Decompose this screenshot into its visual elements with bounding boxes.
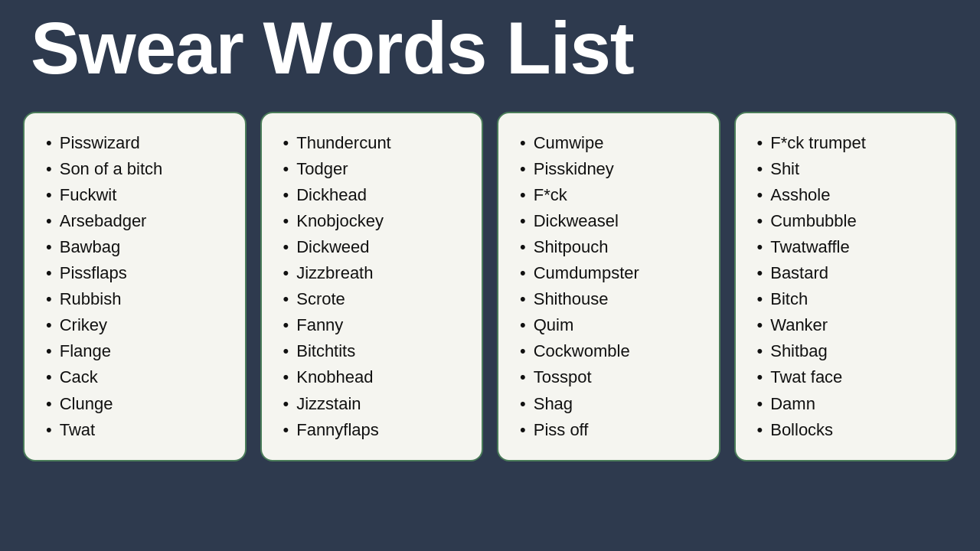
list-item: Cumbubble (757, 208, 942, 234)
list-item: Shitbag (757, 338, 942, 364)
list-item: Bollocks (757, 417, 942, 443)
list-item: Bitchtits (283, 338, 469, 364)
list-item: Scrote (283, 286, 469, 312)
list-item: Tosspot (520, 364, 705, 390)
list-item: Damn (757, 391, 942, 417)
list-item: Dickweasel (520, 208, 705, 234)
list-item: Shit (757, 156, 942, 182)
list-item: Shitpouch (520, 234, 705, 260)
list-item: Pissflaps (46, 260, 231, 286)
list-item: Quim (520, 312, 705, 338)
list-item: Cack (46, 364, 231, 390)
list-item: Twatwaffle (757, 234, 942, 260)
list-item: Piss off (520, 417, 705, 443)
list-item: Dickhead (283, 182, 469, 208)
list-item: Bawbag (46, 234, 231, 260)
list-item: Dickweed (283, 234, 469, 260)
list-item: Shithouse (520, 286, 705, 312)
list-item: Cumdumpster (520, 260, 705, 286)
word-column-2: ThundercuntTodgerDickheadKnobjockeyDickw… (260, 112, 484, 461)
word-list-1: PisswizardSon of a bitchFuckwitArsebadge… (46, 130, 231, 443)
list-item: Rubbish (46, 286, 231, 312)
list-item: Pisskidney (520, 156, 705, 182)
word-column-1: PisswizardSon of a bitchFuckwitArsebadge… (23, 112, 247, 461)
list-item: Clunge (46, 391, 231, 417)
list-item: Todger (283, 156, 469, 182)
list-item: Fuckwit (46, 182, 231, 208)
word-column-4: F*ck trumpetShitAssholeCumbubbleTwatwaff… (734, 112, 958, 461)
list-item: Flange (46, 338, 231, 364)
word-list-3: CumwipePisskidneyF*ckDickweaselShitpouch… (520, 130, 705, 443)
list-item: Shag (520, 391, 705, 417)
list-item: Jizzbreath (283, 260, 469, 286)
word-list-2: ThundercuntTodgerDickheadKnobjockeyDickw… (283, 130, 469, 443)
list-item: Cumwipe (520, 130, 705, 156)
list-item: Twat (46, 417, 231, 443)
list-item: F*ck trumpet (757, 130, 942, 156)
list-item: Knobjockey (283, 208, 469, 234)
list-item: Bastard (757, 260, 942, 286)
word-column-3: CumwipePisskidneyF*ckDickweaselShitpouch… (497, 112, 720, 461)
list-item: Arsebadger (46, 208, 231, 234)
list-item: Wanker (757, 312, 942, 338)
list-item: Knobhead (283, 364, 469, 390)
list-item: Son of a bitch (46, 156, 231, 182)
list-item: Fannyflaps (283, 417, 469, 443)
page-title: Swear Words List (0, 0, 980, 104)
list-item: Fanny (283, 312, 469, 338)
list-item: Thundercunt (283, 130, 469, 156)
word-list-4: F*ck trumpetShitAssholeCumbubbleTwatwaff… (757, 130, 942, 443)
list-item: Twat face (757, 364, 942, 390)
list-item: Jizzstain (283, 391, 469, 417)
list-item: Cockwomble (520, 338, 705, 364)
list-item: Crikey (46, 312, 231, 338)
list-item: Asshole (757, 182, 942, 208)
list-item: F*ck (520, 182, 705, 208)
list-item: Pisswizard (46, 130, 231, 156)
list-item: Bitch (757, 286, 942, 312)
columns-container: PisswizardSon of a bitchFuckwitArsebadge… (0, 104, 980, 477)
